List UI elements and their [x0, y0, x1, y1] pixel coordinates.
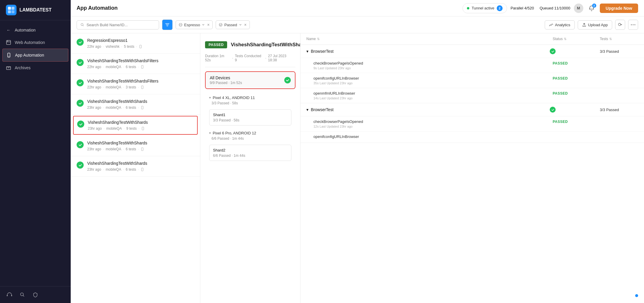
analytics-label: Analytics	[555, 23, 570, 27]
build-info-b1: RegressionEspresso1 22hr ago · visheshk …	[87, 38, 194, 49]
device-pixel6-name: Pixel 6 Pro, ANDROID 12	[213, 131, 256, 135]
test-group-1: ▾ BrowserTest 3/3 Passed che	[300, 45, 644, 103]
detail-meta: Duration 1m 52s · Tests Conducted 9 · 27…	[205, 54, 295, 62]
test-time-1-2: 35s	[313, 81, 319, 85]
sidebar: LAMBDATEST ← Automation Web Automation	[0, 0, 71, 303]
espresso-close[interactable]: ×	[207, 22, 209, 27]
test-time-1-1: 9s	[313, 66, 317, 70]
logo-area: LAMBDATEST	[0, 0, 71, 20]
svg-rect-24	[141, 168, 143, 171]
shield-icon[interactable]	[32, 291, 39, 298]
device-icon	[139, 45, 142, 48]
build-time-b5: 23hr ago	[88, 126, 102, 131]
device-pixel4-header[interactable]: ▾ Pixel 4 XL, ANDROID 11	[205, 93, 295, 101]
build-time-b2: 22hr ago	[87, 65, 101, 69]
test-group-2-header[interactable]: ▾ BrowserTest 3/3 Passed	[300, 103, 644, 116]
test-item-2-2: openifconfigURLInBrowser	[300, 131, 644, 143]
build-name-b5: VisheshShardingTestWithShards	[88, 120, 194, 125]
group1-label: BrowserTest	[311, 49, 333, 54]
build-item-b6[interactable]: VisheshShardingTestWithShards 23hr ago ·…	[71, 136, 200, 156]
test-name-main-2-1: checkBrowserPageIsOpened	[313, 119, 553, 124]
search-icon[interactable]	[19, 291, 26, 298]
test-group-1-header[interactable]: ▾ BrowserTest 3/3 Passed	[300, 45, 644, 58]
passed-close[interactable]: ×	[244, 22, 247, 27]
build-item-b7[interactable]: VisheshShardingTestWithShards 23hr ago ·…	[71, 156, 200, 177]
upload-app-button[interactable]: Upload App	[578, 20, 612, 29]
build-user-b5: mobileQA	[106, 126, 122, 131]
parallel-label: Parallel	[511, 6, 523, 10]
svg-rect-9	[11, 295, 12, 296]
detail-duration: Duration 1m 52s	[205, 54, 230, 62]
search-box[interactable]	[77, 20, 159, 29]
build-name-b1: RegressionEspresso1	[87, 38, 194, 43]
logo-text: LAMBDATEST	[19, 7, 52, 13]
sidebar-item-label: App Automation	[15, 53, 44, 57]
sort-status-icon[interactable]: ⇅	[564, 37, 567, 41]
shard1-passed: 3/3 Passed	[213, 118, 231, 122]
test-item-1-2: openifconfigURLInBrowser 35s Last Update…	[300, 73, 644, 88]
headset-icon[interactable]	[6, 291, 13, 298]
status-label-2-1: PASSED	[553, 120, 568, 124]
filter-button[interactable]	[162, 19, 173, 30]
filter-espresso[interactable]: Espresso ×	[176, 20, 213, 29]
header-actions: Tunnel active 2 Parallel 4/520 Queued 11…	[463, 3, 638, 13]
build-meta-b5: 23hr ago · mobileQA · 9 tests ·	[88, 126, 194, 131]
search-input[interactable]	[87, 23, 155, 27]
group2-check	[550, 107, 556, 113]
parallel-value: 4/520	[524, 6, 534, 10]
build-item-b4[interactable]: VisheshShardingTestWithShards 23hr ago ·…	[71, 94, 200, 115]
notification-badge: 2	[592, 4, 596, 8]
chevron-down-icon4: ▾	[209, 131, 211, 135]
build-info-b3: VisheshShardingTestWithShardsFilters 22h…	[87, 79, 194, 89]
build-item-b3[interactable]: VisheshShardingTestWithShardsFilters 22h…	[71, 74, 200, 94]
tunnel-badge[interactable]: Tunnel active 2	[463, 3, 507, 13]
sidebar-item-automation[interactable]: ← Automation	[0, 24, 71, 36]
build-user-b7: mobileQA	[106, 167, 121, 172]
device-pixel6-header[interactable]: ▾ Pixel 6 Pro, ANDROID 12	[205, 128, 295, 136]
build-time-b3: 22hr ago	[87, 85, 101, 89]
svg-rect-3	[11, 10, 14, 13]
shard2-stats: 6/6 Passed · 1m 44s	[213, 154, 288, 158]
build-info-b7: VisheshShardingTestWithShards 23hr ago ·…	[87, 161, 194, 172]
test-meta-1-2: 35s Last Updated 23hr ago	[313, 81, 553, 85]
detail-tests-conducted: Tests Conducted 9	[235, 54, 263, 62]
test-name-1-2: openifconfigURLInBrowser 35s Last Update…	[313, 76, 553, 85]
all-devices-check	[284, 77, 291, 83]
test-group-2-status	[550, 107, 597, 113]
test-name-main-1-1: checkBrowserPageIsOpened	[313, 61, 553, 65]
svg-rect-22	[142, 127, 144, 130]
filter-passed[interactable]: Passed ×	[216, 20, 250, 29]
build-name-b6: VisheshShardingTestWithShards	[87, 141, 194, 145]
build-tests-b6: 6 tests	[126, 147, 136, 151]
test-status-1-1: PASSED	[553, 61, 600, 65]
svg-point-6	[9, 56, 9, 57]
sidebar-item-web-automation[interactable]: Web Automation	[0, 36, 71, 49]
shard1-name: Shard1	[213, 113, 288, 117]
sort-name-icon[interactable]: ⇅	[317, 37, 320, 41]
build-item-b1[interactable]: RegressionEspresso1 22hr ago · visheshk …	[71, 33, 200, 54]
detail-left: PASSED VisheshShardingTestWithShards Vie…	[200, 33, 300, 303]
build-tests-b7: 6 tests	[126, 167, 136, 172]
col-status-label: Status	[553, 37, 563, 41]
build-item-b5[interactable]: VisheshShardingTestWithShards 23hr ago ·…	[73, 116, 198, 135]
more-options-button[interactable]	[628, 20, 638, 30]
all-devices-header[interactable]: All Devices 9/9 Passed · 1m 52s	[206, 72, 295, 88]
test-item-2-1: checkBrowserPageIsOpened 12s Last Update…	[300, 116, 644, 131]
key-button[interactable]	[615, 20, 625, 30]
notification-button[interactable]: 2	[587, 4, 596, 13]
framework-icon	[179, 23, 182, 27]
avatar[interactable]: M	[574, 4, 583, 13]
passed-badge: PASSED	[205, 41, 227, 48]
sidebar-item-archives[interactable]: Archives	[0, 62, 71, 74]
device-icon3	[141, 85, 144, 89]
sidebar-item-app-automation[interactable]: App Automation	[2, 49, 68, 62]
svg-rect-20	[141, 86, 143, 89]
upgrade-button[interactable]: Upgrade Now	[600, 4, 638, 13]
sort-tests-icon[interactable]: ⇅	[609, 37, 612, 41]
analytics-button[interactable]: Analytics	[545, 20, 575, 29]
build-item-b2[interactable]: VisheshShardingTestWithShardsFilters 22h…	[71, 54, 200, 74]
sidebar-item-label: Web Automation	[15, 40, 45, 45]
toolbar: Espresso × Passed × Analytics	[71, 17, 644, 33]
svg-point-17	[635, 24, 635, 25]
col-tests: Tests ⇅	[600, 37, 638, 41]
